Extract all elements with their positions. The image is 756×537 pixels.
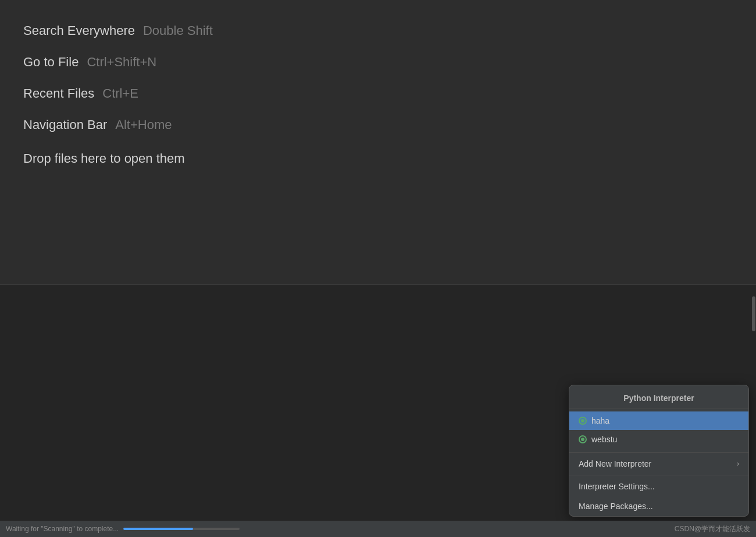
navigation-bar-item[interactable]: Navigation Bar Alt+Home (23, 117, 733, 133)
scrollbar-thumb[interactable] (752, 296, 755, 331)
interpreter-popup: Python Interpreter haha webstu Add New I… (569, 385, 749, 517)
status-dot-webstu (579, 435, 587, 443)
status-right-text: CSDN@学而才能活跃发 (675, 524, 750, 534)
goto-file-label: Go to File (23, 55, 79, 70)
interpreter-name-haha: haha (591, 416, 609, 425)
add-new-interpreter-label: Add New Interpreter (579, 459, 651, 468)
search-everywhere-shortcut: Double Shift (143, 23, 213, 38)
drop-files-item: Drop files here to open them (23, 149, 733, 166)
progress-bar-container (123, 528, 240, 530)
status-progress: Waiting for "Scanning" to complete... (6, 525, 240, 533)
popup-divider-2 (569, 475, 748, 475)
manage-packages-action[interactable]: Manage Packages... (569, 496, 748, 516)
recent-files-label: Recent Files (23, 86, 94, 101)
interpreter-settings-action[interactable]: Interpreter Settings... (569, 477, 748, 496)
add-new-interpreter-action[interactable]: Add New Interpreter › (569, 454, 748, 474)
popup-divider-1 (569, 452, 748, 453)
drop-files-label: Drop files here to open them (23, 151, 185, 166)
chevron-right-icon: › (737, 460, 739, 468)
search-everywhere-item[interactable]: Search Everywhere Double Shift (23, 23, 733, 38)
interpreter-settings-label: Interpreter Settings... (579, 482, 655, 491)
interpreter-item-webstu[interactable]: webstu (569, 430, 748, 449)
scrollbar[interactable] (751, 285, 756, 537)
top-panel: Search Everywhere Double Shift Go to Fil… (0, 0, 756, 285)
goto-file-shortcut: Ctrl+Shift+N (87, 55, 156, 70)
navigation-bar-label: Navigation Bar (23, 117, 107, 133)
status-bar: Waiting for "Scanning" to complete... CS… (0, 521, 756, 537)
popup-title: Python Interpreter (569, 385, 748, 409)
status-dot-haha (579, 417, 587, 425)
status-left-text: Waiting for "Scanning" to complete... (6, 525, 119, 533)
recent-files-shortcut: Ctrl+E (102, 86, 138, 101)
recent-files-item[interactable]: Recent Files Ctrl+E (23, 86, 733, 101)
navigation-bar-shortcut: Alt+Home (115, 117, 172, 133)
search-everywhere-label: Search Everywhere (23, 23, 135, 38)
interpreter-name-webstu: webstu (591, 435, 617, 444)
goto-file-item[interactable]: Go to File Ctrl+Shift+N (23, 55, 733, 70)
progress-bar-fill (123, 528, 193, 530)
interpreter-list: haha webstu (569, 409, 748, 451)
interpreter-item-haha[interactable]: haha (569, 411, 748, 430)
bottom-panel: Python Interpreter haha webstu Add New I… (0, 285, 756, 537)
manage-packages-label: Manage Packages... (579, 502, 653, 511)
